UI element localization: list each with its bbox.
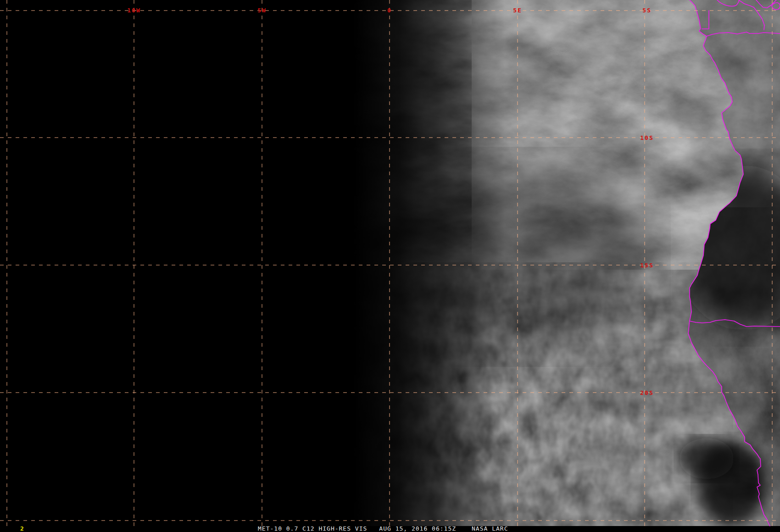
satellite-imagery [0, 0, 780, 532]
caption-credit: NASA LARC [472, 525, 508, 532]
grid-label-longitude: 0 [387, 7, 392, 14]
grid-label-latitude: 10S [640, 134, 653, 141]
image-caption: MET-10 0.7 C12 HIGH-RES VISAUG 15, 2016 … [258, 525, 508, 532]
frame-counter: 2 [20, 525, 24, 532]
caption-timestamp: AUG 15, 2016 06:15Z [379, 525, 456, 532]
grid-label-latitude: 5S [642, 7, 652, 14]
satellite-image-viewport: 10W 5W 0 5E 5S 10S 15S 20S MET-10 0.7 C1… [0, 0, 780, 532]
grid-label-latitude: 15S [640, 262, 653, 269]
grid-label-latitude: 20S [640, 389, 653, 396]
grid-label-longitude: 5E [513, 7, 522, 14]
grid-label-longitude: 10W [127, 7, 140, 14]
caption-product: MET-10 0.7 C12 HIGH-RES VIS [258, 525, 367, 532]
grid-label-longitude: 5W [257, 7, 267, 14]
